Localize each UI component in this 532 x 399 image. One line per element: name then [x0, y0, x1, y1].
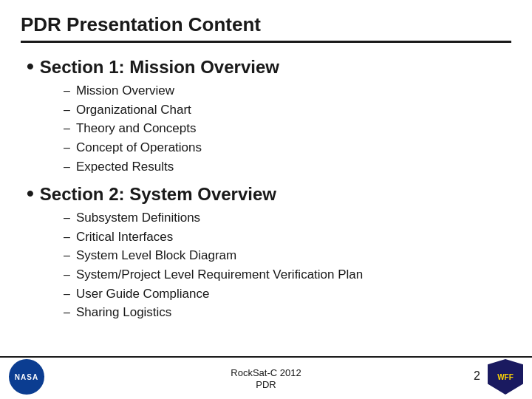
- sub-item-label: System Level Block Diagram: [76, 247, 236, 265]
- sub-item-label: Concept of Operations: [76, 139, 202, 157]
- sub-bullets-2: – Subsystem Definitions – Critical Inter…: [27, 209, 511, 322]
- wff-text: WFF: [497, 373, 514, 381]
- section-1-label: Section 1: Mission Overview: [40, 57, 279, 78]
- dash-icon: –: [64, 285, 70, 302]
- dash-icon: –: [64, 120, 70, 137]
- nasa-logo: NASA: [9, 359, 44, 395]
- list-item: – Expected Results: [64, 158, 511, 177]
- section-1: • Section 1: Mission Overview – Mission …: [27, 56, 511, 176]
- list-item: – Sharing Logistics: [64, 304, 511, 322]
- dash-icon: –: [64, 139, 70, 156]
- bullet-dot-2: •: [27, 183, 34, 204]
- sub-item-label: System/Project Level Requirement Verific…: [76, 266, 363, 284]
- section-2: • Section 2: System Overview – Subsystem…: [27, 183, 511, 322]
- dash-icon: –: [64, 228, 70, 245]
- footer-line1: RockSat-C 2012: [231, 367, 301, 378]
- title-area: PDR Presentation Content: [21, 13, 511, 43]
- sub-item-label: Sharing Logistics: [76, 304, 171, 322]
- wff-logo: WFF: [488, 359, 523, 395]
- main-bullet-1: • Section 1: Mission Overview: [27, 56, 511, 78]
- dash-icon: –: [64, 304, 70, 321]
- sub-item-label: Expected Results: [76, 158, 174, 177]
- nasa-text: NASA: [15, 373, 38, 381]
- footer-left: NASA: [9, 359, 44, 395]
- sub-item-label: User Guide Compliance: [76, 285, 209, 304]
- list-item: – Critical Interfaces: [64, 228, 511, 247]
- footer-line2: PDR: [256, 379, 276, 390]
- slide: PDR Presentation Content • Section 1: Mi…: [0, 0, 532, 399]
- sub-bullets-1: – Mission Overview – Organizational Char…: [27, 82, 511, 176]
- slide-title: PDR Presentation Content: [21, 13, 511, 36]
- bullet-dot-1: •: [27, 56, 34, 77]
- sub-item-label: Critical Interfaces: [76, 228, 173, 247]
- dash-icon: –: [64, 158, 70, 175]
- content-area: • Section 1: Mission Overview – Mission …: [21, 56, 511, 355]
- list-item: – Theory and Concepts: [64, 120, 511, 138]
- sub-item-label: Subsystem Definitions: [76, 209, 200, 228]
- list-item: – Organizational Chart: [64, 101, 511, 120]
- dash-icon: –: [64, 209, 70, 226]
- list-item: – System/Project Level Requirement Verif…: [64, 266, 511, 284]
- sub-item-label: Theory and Concepts: [76, 120, 197, 138]
- footer-right: WFF: [488, 359, 523, 395]
- dash-icon: –: [64, 82, 70, 99]
- dash-icon: –: [64, 247, 70, 264]
- main-bullet-2: • Section 2: System Overview: [27, 183, 511, 205]
- dash-icon: –: [64, 101, 70, 118]
- list-item: – Subsystem Definitions: [64, 209, 511, 228]
- section-2-label: Section 2: System Overview: [40, 184, 276, 205]
- dash-icon: –: [64, 266, 70, 283]
- sub-item-label: Mission Overview: [76, 82, 174, 100]
- list-item: – Mission Overview: [64, 82, 511, 100]
- list-item: – Concept of Operations: [64, 139, 511, 157]
- list-item: – User Guide Compliance: [64, 285, 511, 304]
- footer: NASA RockSat-C 2012 PDR 2 WFF: [0, 356, 532, 399]
- page-number: 2: [474, 369, 480, 383]
- list-item: – System Level Block Diagram: [64, 247, 511, 265]
- footer-center: RockSat-C 2012 PDR: [0, 367, 532, 390]
- sub-item-label: Organizational Chart: [76, 101, 191, 120]
